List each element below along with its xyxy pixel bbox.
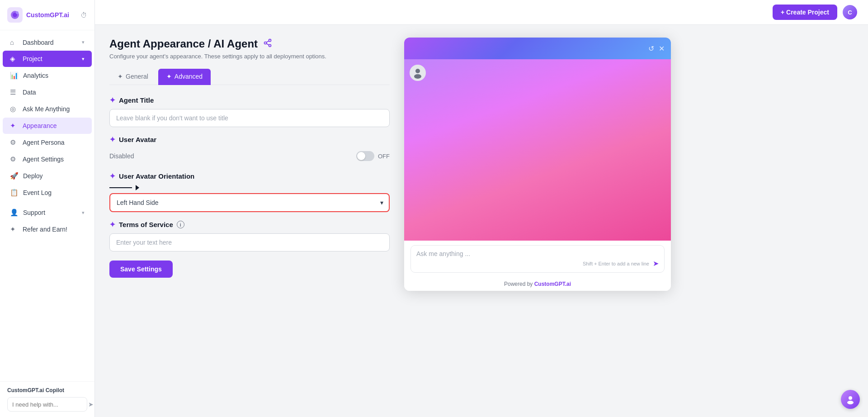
chat-send-icon[interactable]: ➤ <box>653 259 659 268</box>
chat-agent-avatar <box>410 65 426 81</box>
save-settings-button[interactable]: Save Settings <box>109 261 173 278</box>
sidebar-item-refer[interactable]: ✦ Refer and Earn! <box>3 221 92 237</box>
settings-panel: Agent Appearance / AI Agent Configure yo… <box>109 38 390 404</box>
orientation-select[interactable]: Left Hand Side Right Hand Side <box>109 193 390 212</box>
sidebar-item-analytics[interactable]: 📊 Analytics <box>3 67 92 84</box>
avatar-orientation-label: User Avatar Orientation <box>119 172 194 180</box>
chat-shift-hint: Shift + Enter to add a new line <box>583 261 649 266</box>
agent-title-section-header: ✦ Agent Title <box>109 96 390 104</box>
terms-info-icon[interactable]: i <box>177 221 184 228</box>
user-avatar-label: User Avatar <box>119 136 156 143</box>
app-name: CustomGPT.ai <box>26 11 69 19</box>
sidebar-item-dashboard[interactable]: ⌂ Dashboard ▾ <box>3 34 92 50</box>
analytics-label: Analytics <box>23 72 48 79</box>
project-icon: ◈ <box>10 55 18 63</box>
chat-close-icon[interactable]: ✕ <box>659 44 665 53</box>
orientation-select-wrap: Left Hand Side Right Hand Side ▾ <box>109 193 390 212</box>
copilot-input-wrap[interactable]: ➤ <box>7 397 87 412</box>
sidebar: CustomGPT.ai ⏱ ⌂ Dashboard ▾ ◈ Project ▾… <box>0 0 95 417</box>
terms-section-header: ✦ Terms of Service i <box>109 220 390 229</box>
general-tab-label: General <box>126 73 148 80</box>
toggle-disabled-label: Disabled <box>109 152 134 160</box>
sidebar-item-agent-persona[interactable]: ⚙ Agent Persona <box>3 134 92 151</box>
agent-persona-label: Agent Persona <box>23 139 65 146</box>
create-project-button[interactable]: + Create Project <box>773 5 837 20</box>
dashboard-icon: ⌂ <box>10 38 18 46</box>
logo-icon <box>7 7 23 23</box>
share-icon[interactable] <box>263 38 272 50</box>
chat-input-placeholder: Ask me anything ... <box>416 250 659 257</box>
arrow-line <box>109 187 132 188</box>
sidebar-item-event-log[interactable]: 📋 Event Log <box>3 185 92 201</box>
tab-advanced[interactable]: ✦ Advanced <box>158 69 211 85</box>
appearance-label: Appearance <box>23 122 57 129</box>
dashboard-arrow-icon: ▾ <box>82 39 85 45</box>
deploy-icon: 🚀 <box>10 172 19 180</box>
appearance-icon: ✦ <box>10 122 18 130</box>
tab-general[interactable]: ✦ General <box>109 69 156 85</box>
svg-line-7 <box>266 43 269 45</box>
sidebar-copilot: CustomGPT.ai Copilot ➤ <box>0 381 94 417</box>
terms-input[interactable] <box>109 233 390 251</box>
project-arrow-icon: ▾ <box>82 56 85 62</box>
preview-panel: ↺ ✕ <box>404 38 671 404</box>
page-title: Agent Appearance / AI Agent <box>109 38 258 50</box>
data-label: Data <box>23 89 36 96</box>
page-title-row: Agent Appearance / AI Agent <box>109 38 390 50</box>
general-tab-icon: ✦ <box>118 73 123 80</box>
chat-agent-message <box>410 65 665 81</box>
refer-icon: ✦ <box>10 225 18 233</box>
copilot-label: CustomGPT.ai Copilot <box>7 387 87 393</box>
sidebar-item-project[interactable]: ◈ Project ▾ <box>3 51 92 67</box>
refer-label: Refer and Earn! <box>23 226 67 233</box>
svg-line-8 <box>266 41 269 42</box>
copilot-send-icon[interactable]: ➤ <box>88 401 94 408</box>
top-bar: + Create Project C <box>95 0 868 25</box>
chat-body <box>404 59 671 241</box>
sidebar-item-ask-me[interactable]: ◎ Ask Me Anything <box>3 101 92 117</box>
sidebar-item-data[interactable]: ☰ Data <box>3 84 92 100</box>
support-arrow-icon: ▾ <box>82 210 85 216</box>
deploy-label: Deploy <box>23 172 43 180</box>
ask-me-label: Ask Me Anything <box>23 105 70 113</box>
svg-point-10 <box>414 74 421 79</box>
event-log-icon: 📋 <box>10 189 19 197</box>
main-content: + Create Project C Agent Appearance / AI… <box>95 0 868 417</box>
chat-input-area[interactable]: Ask me anything ... Shift + Enter to add… <box>410 245 665 273</box>
user-avatar-section-header: ✦ User Avatar <box>109 135 390 144</box>
arrow-head-icon <box>136 185 139 190</box>
terms-section-icon: ✦ <box>109 220 115 229</box>
arrow-row <box>109 185 390 190</box>
toggle-state-label: OFF <box>378 153 390 160</box>
agent-title-input[interactable] <box>109 109 390 127</box>
chat-refresh-icon[interactable]: ↺ <box>648 44 654 53</box>
support-label: Support <box>23 209 45 216</box>
user-avatar-section-icon: ✦ <box>109 135 115 144</box>
svg-point-3 <box>16 11 19 14</box>
top-bar-avatar: C <box>843 5 857 19</box>
sidebar-item-agent-settings[interactable]: ⚙ Agent Settings <box>3 151 92 167</box>
sidebar-item-deploy[interactable]: 🚀 Deploy <box>3 168 92 184</box>
svg-point-9 <box>415 69 420 73</box>
toggle-group: OFF <box>356 151 390 161</box>
analytics-icon: 📊 <box>10 71 19 80</box>
sidebar-item-appearance[interactable]: ✦ Appearance <box>3 118 92 134</box>
page-subtitle: Configure your agent's appearance. These… <box>109 53 390 60</box>
agent-persona-icon: ⚙ <box>10 138 18 147</box>
advanced-tab-label: Advanced <box>175 73 203 80</box>
agent-settings-icon: ⚙ <box>10 155 18 163</box>
dashboard-label: Dashboard <box>23 39 54 46</box>
bottom-floating-avatar[interactable] <box>841 390 860 409</box>
user-avatar-toggle[interactable] <box>356 151 374 161</box>
chat-powered-text: Powered by <box>504 281 534 287</box>
sidebar-item-support[interactable]: 👤 Support ▾ <box>3 204 92 221</box>
copilot-input[interactable] <box>12 401 88 408</box>
event-log-label: Event Log <box>23 189 52 196</box>
chat-powered: Powered by CustomGPT.ai <box>404 277 671 291</box>
avatar-orientation-section-header: ✦ User Avatar Orientation <box>109 172 390 180</box>
clock-icon: ⏱ <box>80 11 87 19</box>
support-icon: 👤 <box>10 208 19 217</box>
sidebar-logo: CustomGPT.ai ⏱ <box>0 0 94 30</box>
toggle-row: Disabled OFF <box>109 148 390 164</box>
svg-point-11 <box>849 396 852 400</box>
